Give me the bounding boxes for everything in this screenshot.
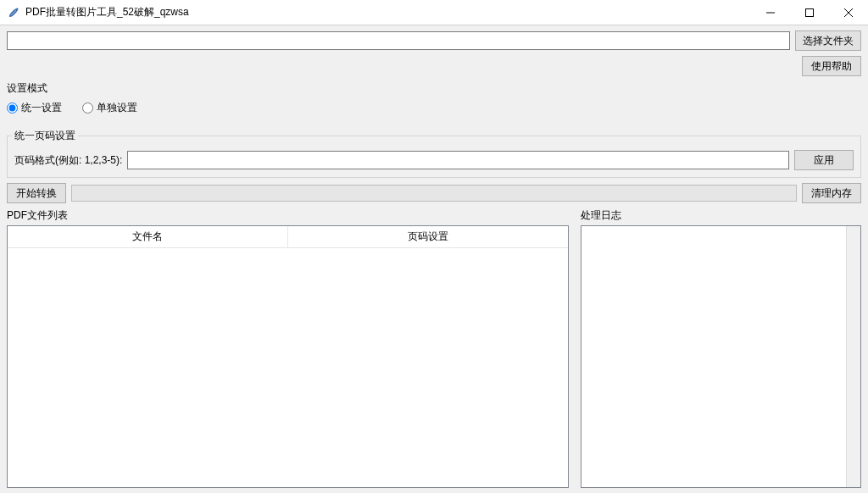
folder-path-input[interactable] xyxy=(7,31,790,50)
clear-memory-button[interactable]: 清理内存 xyxy=(802,183,861,203)
radio-individual-label: 单独设置 xyxy=(97,101,137,115)
page-format-label: 页码格式(例如: 1,2,3-5): xyxy=(14,153,122,168)
log-label: 处理日志 xyxy=(581,208,861,223)
maximize-button[interactable] xyxy=(790,0,829,25)
page-settings-group: 统一页码设置 页码格式(例如: 1,2,3-5): 应用 xyxy=(7,129,861,178)
svg-rect-2 xyxy=(806,8,814,16)
page-settings-legend: 统一页码设置 xyxy=(12,129,78,143)
file-list-panel: PDF文件列表 文件名 页码设置 xyxy=(7,208,569,488)
window-title: PDF批量转图片工具_52破解_qzwsa xyxy=(25,5,751,19)
window-controls xyxy=(751,0,868,25)
file-list-label: PDF文件列表 xyxy=(7,208,569,223)
minimize-button[interactable] xyxy=(751,0,790,25)
page-format-input[interactable] xyxy=(127,151,789,169)
close-button[interactable] xyxy=(829,0,868,25)
choose-folder-button[interactable]: 选择文件夹 xyxy=(795,30,861,51)
titlebar: PDF批量转图片工具_52破解_qzwsa xyxy=(0,0,868,25)
start-convert-button[interactable]: 开始转换 xyxy=(7,183,66,203)
radio-unified[interactable]: 统一设置 xyxy=(7,101,62,115)
progress-bar xyxy=(71,185,797,202)
file-list-header: 文件名 页码设置 xyxy=(8,226,568,248)
app-icon xyxy=(7,6,20,19)
radio-individual[interactable]: 单独设置 xyxy=(82,101,137,115)
log-panel: 处理日志 xyxy=(581,208,861,488)
file-list-box[interactable]: 文件名 页码设置 xyxy=(7,225,569,488)
settings-mode-label: 设置模式 xyxy=(7,81,861,96)
column-filename[interactable]: 文件名 xyxy=(8,226,288,248)
log-box[interactable] xyxy=(581,225,861,488)
help-button[interactable]: 使用帮助 xyxy=(802,56,861,76)
radio-unified-input[interactable] xyxy=(7,102,18,114)
radio-individual-input[interactable] xyxy=(82,102,93,114)
apply-button[interactable]: 应用 xyxy=(794,150,854,170)
log-scrollbar[interactable] xyxy=(846,226,860,487)
radio-unified-label: 统一设置 xyxy=(21,101,62,115)
column-page-setting[interactable]: 页码设置 xyxy=(288,226,568,248)
